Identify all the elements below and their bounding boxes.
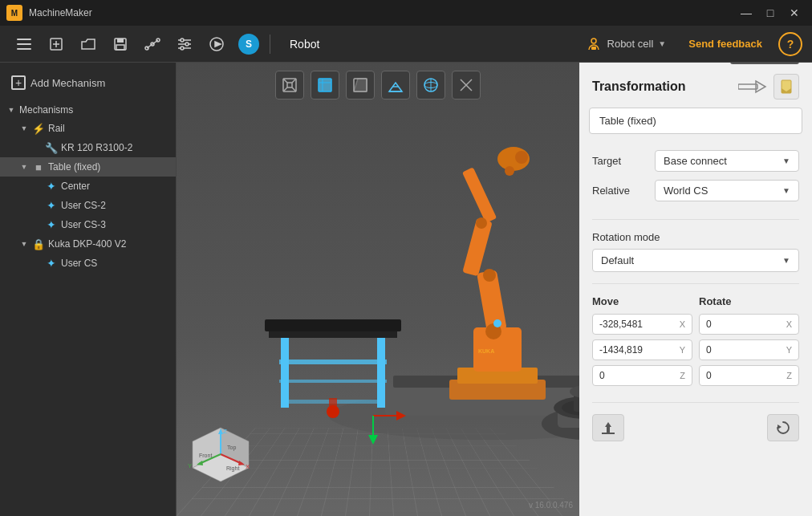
sidebar-item-user-cs2[interactable]: ✦ User CS-2 <box>0 196 176 215</box>
tree-arrow-rail: ▼ <box>19 124 29 133</box>
view-front-button[interactable] <box>311 71 339 100</box>
panel-table-name: Table (fixed) <box>589 108 802 134</box>
separator-1 <box>592 219 799 220</box>
side-view-icon <box>351 76 369 94</box>
tree-arrow-mechanisms: ▼ <box>6 105 16 115</box>
play-button[interactable] <box>202 30 231 59</box>
new-button[interactable] <box>42 30 71 59</box>
version-text: v 16.0.0.476 <box>529 501 573 510</box>
sidebar-item-kr120[interactable]: ▶ 🔧 KR 120 R3100-2 <box>0 138 176 157</box>
add-mechanism-button[interactable]: + Add Mechanism <box>0 71 176 95</box>
scene-background: KUKA Z X Y <box>177 63 579 516</box>
robot-cell-button[interactable]: Robot cell ▼ <box>579 32 673 56</box>
sidebar-item-center[interactable]: ✦ Center <box>0 177 176 196</box>
robot-tool-button[interactable] <box>138 30 167 59</box>
move-z-input[interactable]: 0 Z <box>592 365 692 386</box>
save-to-library-container: Save to library <box>773 74 799 100</box>
svg-rect-2 <box>17 48 31 50</box>
robot-cell-label: Robot cell <box>607 38 654 50</box>
app-logo: M <box>6 5 22 21</box>
view-grid-button[interactable] <box>381 71 410 100</box>
app-title: MachineMaker <box>29 7 729 18</box>
save-to-library-button[interactable] <box>773 74 799 100</box>
close-button[interactable]: ✕ <box>783 5 806 21</box>
mr-header: Move Rotate <box>592 295 799 307</box>
rotate-x-input[interactable]: 0 X <box>699 314 799 335</box>
settings-button[interactable] <box>170 30 199 59</box>
help-button[interactable]: ? <box>778 32 802 56</box>
separator-2 <box>592 283 799 284</box>
svg-rect-103 <box>607 427 610 433</box>
relative-row: Relative World CS ▼ <box>592 180 799 201</box>
sidebar-item-user-cs3[interactable]: ✦ User CS-3 <box>0 215 176 234</box>
target-section: Target Base connect ▼ Relative World CS … <box>579 144 812 216</box>
svg-text:Z: Z <box>223 428 227 435</box>
target-label: Target <box>592 155 648 167</box>
relative-dropdown-arrow: ▼ <box>782 186 790 195</box>
target-dropdown-arrow: ▼ <box>782 156 790 165</box>
move-rotate-y-row: -1434,819 Y 0 Y <box>592 339 799 360</box>
move-y-axis: Y <box>680 345 685 355</box>
move-to-floor-icon <box>599 419 617 437</box>
svg-marker-21 <box>215 42 221 47</box>
svg-point-68 <box>515 151 528 164</box>
relative-dropdown[interactable]: World CS ▼ <box>655 180 799 201</box>
rotation-mode-dropdown[interactable]: Default ▼ <box>592 249 799 272</box>
svg-rect-97 <box>738 84 757 89</box>
rotate-x-axis: X <box>786 319 792 329</box>
open-button[interactable] <box>74 30 103 59</box>
move-y-input[interactable]: -1434,819 Y <box>592 339 692 360</box>
svg-text:X: X <box>246 463 250 470</box>
sidebar-item-rail[interactable]: ▼ ⚡ Rail <box>0 119 176 138</box>
rotate-z-input[interactable]: 0 Z <box>699 365 799 386</box>
viewport: KUKA Z X Y <box>177 63 579 516</box>
svg-point-19 <box>181 47 184 50</box>
move-z-value: 0 <box>599 370 605 381</box>
svg-rect-25 <box>591 47 596 50</box>
sidebar-item-mechanisms[interactable]: ▼ Mechanisms <box>0 101 176 119</box>
move-x-input[interactable]: -328,5481 X <box>592 314 692 335</box>
move-rotate-z-row: 0 Z 0 Z <box>592 365 799 386</box>
view-sphere-button[interactable] <box>416 71 445 100</box>
relative-value: World CS <box>664 185 708 197</box>
panel-header: Transformation Save to library <box>579 63 812 108</box>
svg-marker-37 <box>354 79 367 91</box>
user-cs-icon: ✦ <box>45 257 58 270</box>
sidebar-item-kuka-dkp[interactable]: ▼ 🔒 Kuka DKP-400 V2 <box>0 234 176 254</box>
tree-label-kuka: Kuka DKP-400 V2 <box>48 238 176 250</box>
view-crosshair-button[interactable] <box>452 71 481 100</box>
minimize-button[interactable]: — <box>735 5 757 21</box>
move-to-floor-button[interactable] <box>592 414 624 441</box>
svg-text:KUKA: KUKA <box>478 348 494 354</box>
reset-button[interactable] <box>767 414 799 441</box>
maximize-button[interactable]: □ <box>759 5 782 21</box>
viewport-toolbar <box>177 71 579 100</box>
rotation-mode-label: Rotation mode <box>592 231 660 243</box>
view-side-button[interactable] <box>346 71 375 100</box>
brand-button[interactable]: S <box>234 30 263 59</box>
svg-rect-8 <box>116 45 124 50</box>
tree-label-center: Center <box>61 181 176 192</box>
send-feedback-button[interactable]: Send feedback <box>682 35 769 53</box>
tree-label-mechanisms: Mechanisms <box>19 104 176 116</box>
svg-rect-58 <box>329 398 337 414</box>
save-button[interactable] <box>106 30 135 59</box>
tree-label-user-cs2: User CS-2 <box>61 200 176 211</box>
rotate-y-input[interactable]: 0 Y <box>699 339 799 360</box>
move-x-value: -328,5481 <box>599 319 643 330</box>
rotate-z-axis: Z <box>786 371 792 380</box>
menu-button[interactable] <box>10 30 39 59</box>
sidebar-item-table[interactable]: ▼ ■ Table (fixed) <box>0 157 176 177</box>
target-dropdown[interactable]: Base connect ▼ <box>655 150 799 172</box>
sidebar-item-user-cs[interactable]: ✦ User CS <box>0 254 176 273</box>
reset-icon <box>774 419 792 437</box>
svg-marker-102 <box>605 422 611 427</box>
svg-point-17 <box>181 39 184 42</box>
tree-label-kr120: KR 120 R3100-2 <box>61 142 176 153</box>
tree-label-user-cs3: User CS-3 <box>61 219 176 230</box>
toolbar-title: Robot <box>277 38 332 51</box>
svg-text:S: S <box>246 39 252 50</box>
view-perspective-button[interactable] <box>275 71 304 100</box>
rail-icon: ⚡ <box>32 122 45 135</box>
rotate-y-axis: Y <box>786 345 792 355</box>
